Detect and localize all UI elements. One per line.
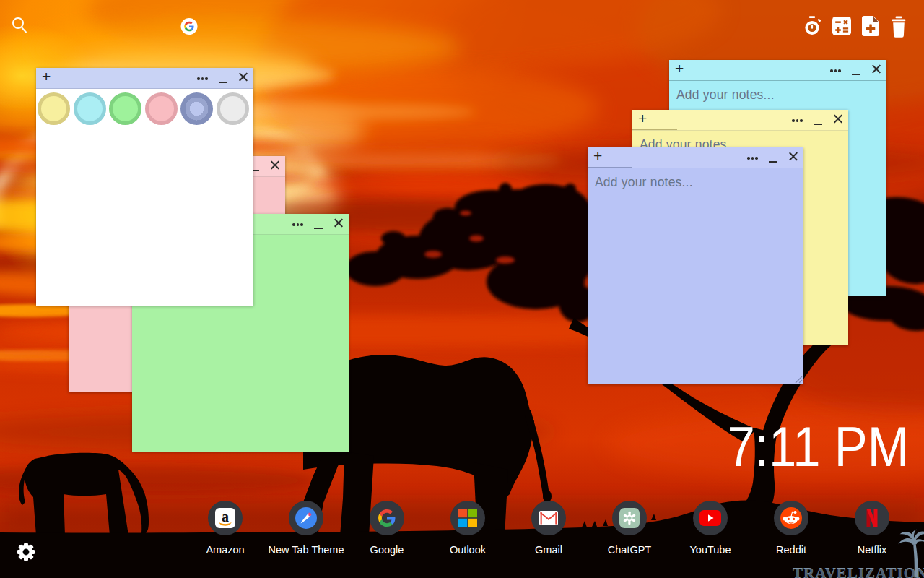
svg-text:a: a [222, 509, 229, 525]
